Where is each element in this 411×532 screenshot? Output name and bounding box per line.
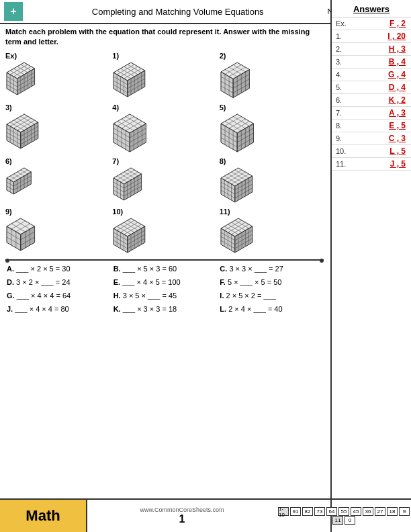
answers-header: Answers [332, 0, 411, 17]
equation-item: K. ___ × 3 × 3 = 18 [112, 304, 218, 314]
equation-item: D. 3 × 2 × ___ = 24 [5, 277, 111, 287]
answer-label: 11. [336, 160, 346, 168]
score-cell: 18 [387, 507, 398, 516]
score-cell: 64 [326, 507, 337, 516]
answer-item: 7. A , 3 [332, 107, 411, 120]
score-cell: 82 [302, 507, 313, 516]
score-row-1: 1-109182736455453627189 [278, 507, 410, 516]
answer-item: 6. K , 2 [332, 94, 411, 107]
cube-diagram [220, 113, 255, 153]
answer-label: 9. [336, 134, 342, 142]
problem-number: 11) [220, 208, 230, 216]
problem-number: 4) [112, 103, 119, 112]
problem-item: 9) [5, 208, 109, 254]
answer-value: F , 2 [390, 19, 406, 28]
equation-text: ___ × 2 × 5 = 30 [16, 265, 70, 273]
answer-label: 8. [336, 122, 342, 130]
answer-label: Ex. [336, 19, 347, 28]
footer-scores: 1-109182736455453627189110 [277, 500, 411, 532]
answer-item: 2. H , 3 [332, 43, 411, 56]
answer-label: 7. [336, 109, 342, 117]
problem-item: 8) [220, 157, 324, 204]
equation-text: 3 × 5 × ___ = 45 [123, 292, 177, 300]
equation-item: L. 2 × 4 × ___ = 40 [218, 304, 324, 314]
problem-grid: Ex)1)2)3)4)5)6)7)8)9)10)11) [5, 52, 324, 254]
equation-text: 2 × 4 × ___ = 40 [228, 305, 282, 313]
problem-number: 10) [112, 208, 123, 216]
equation-letter: A. [7, 265, 14, 273]
equation-item: C. 3 × 3 × ___ = 27 [218, 263, 324, 274]
answer-item: 3. B , 4 [332, 56, 411, 69]
problem-number: 5) [220, 103, 226, 112]
problem-item: 10) [112, 208, 216, 254]
answer-item: 11. J , 5 [332, 158, 411, 171]
problem-number: 6) [5, 157, 12, 165]
main-content: Match each problem with the equation tha… [0, 24, 329, 498]
answer-item: Ex. F , 2 [332, 17, 411, 30]
subject-label: Math [0, 500, 87, 532]
equation-letter: C. [220, 265, 227, 273]
problem-item: 6) [5, 157, 109, 204]
equation-letter: B. [113, 265, 121, 273]
problem-item: Ex) [5, 52, 109, 99]
equation-text: ___ × 3 × 3 = 18 [123, 305, 177, 313]
equation-letter: F. [220, 278, 226, 286]
cube-diagram [112, 217, 146, 254]
cube-diagram [5, 217, 36, 252]
equation-letter: E. [113, 278, 120, 286]
problem-item: 5) [220, 103, 324, 153]
equation-item: H. 3 × 5 × ___ = 45 [112, 290, 218, 301]
equation-letter: G. [7, 292, 15, 300]
answer-value: E , 5 [389, 121, 406, 130]
answer-label: 10. [336, 147, 346, 155]
answer-item: 8. E , 5 [332, 120, 411, 132]
footer-url: www.CommonCoreSheets.com [140, 506, 224, 513]
answer-label: 2. [336, 45, 342, 53]
cube-diagram [112, 167, 143, 202]
answer-value: B , 4 [389, 57, 406, 66]
answer-item: 10. L , 5 [332, 145, 411, 158]
answer-value: K , 2 [389, 95, 406, 105]
cube-diagram [220, 61, 251, 99]
answer-label: 4. [336, 71, 342, 79]
problem-number: 1) [112, 52, 119, 60]
equation-text: ___ × 4 × 5 = 100 [122, 278, 181, 286]
score-label: 1-10 [278, 507, 289, 516]
problem-number: 3) [5, 103, 12, 112]
equation-letter: H. [113, 292, 121, 300]
answer-panel: Answers Ex. F , 21. I , 202. H , 33. B ,… [330, 0, 411, 532]
equation-item: J. ___ × 4 × 4 = 80 [5, 304, 111, 314]
score-cell: 36 [363, 507, 373, 516]
equation-letter: J. [7, 305, 13, 313]
equation-item: A. ___ × 2 × 5 = 30 [5, 263, 111, 274]
answer-value: H , 3 [389, 44, 406, 54]
score-label-2: 11 [332, 516, 343, 525]
cube-diagram [5, 61, 36, 96]
problem-number: 8) [220, 157, 226, 165]
problem-number: 2) [220, 52, 226, 60]
problem-item: 2) [220, 52, 324, 99]
footer-center: www.CommonCoreSheets.com 1 [87, 500, 277, 532]
equation-letter: D. [7, 278, 14, 286]
cube-diagram [5, 167, 33, 195]
score-row-2: 110 [332, 516, 355, 525]
answer-label: 3. [336, 58, 342, 66]
page-title: Completing and Matching Volume Equations [28, 7, 327, 17]
answer-item: 5. D , 4 [332, 81, 411, 94]
score-cell: 27 [375, 507, 385, 516]
problem-number: 7) [112, 157, 119, 165]
logo-icon: + [4, 2, 23, 21]
equation-text: 3 × 2 × ___ = 24 [16, 278, 70, 286]
cube-diagram [5, 113, 40, 150]
cube-diagram [220, 217, 254, 254]
answer-value: G , 4 [388, 70, 406, 79]
equation-letter: I. [220, 292, 224, 300]
answer-item: 9. C , 3 [332, 132, 411, 145]
equation-text: 3 × 3 × ___ = 27 [229, 265, 283, 273]
equation-item: B. ___ × 5 × 3 = 60 [112, 263, 218, 274]
score-cell: 9 [399, 507, 410, 516]
footer-page: 1 [179, 513, 185, 525]
problem-item: 7) [112, 157, 216, 204]
equations-grid: A. ___ × 2 × 5 = 30B. ___ × 5 × 3 = 60C.… [5, 263, 324, 314]
answer-value: J , 5 [390, 159, 406, 169]
